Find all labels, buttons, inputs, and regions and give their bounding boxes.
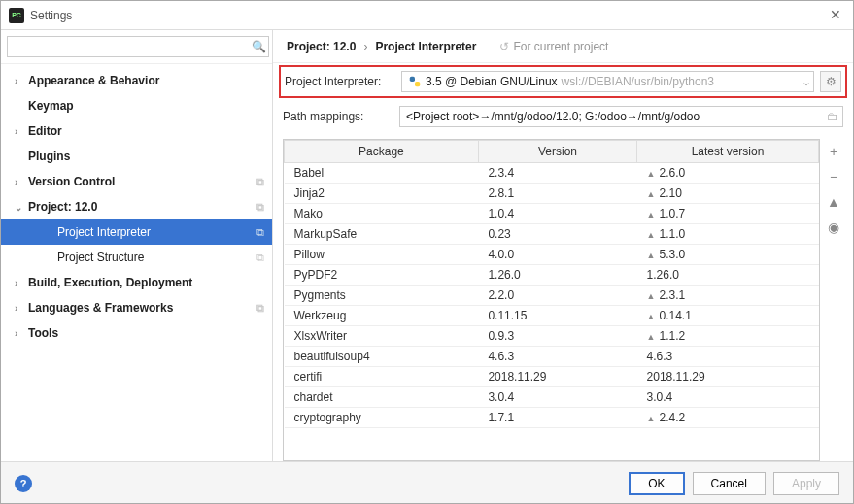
reset-icon: ↺	[499, 40, 509, 53]
table-row[interactable]: Mako1.0.4▲1.0.7	[285, 204, 819, 224]
col-latest[interactable]: Latest version	[637, 141, 819, 163]
chevron-right-icon: ›	[363, 40, 367, 53]
scope-hint: ↺For current project	[499, 40, 608, 53]
package-toolbar: + − ▲ ◉	[820, 139, 847, 461]
sidebar-item-build-execution-deployment[interactable]: ›Build, Execution, Deployment	[1, 270, 272, 295]
sidebar-item-project-structure[interactable]: ·Project Structure⧉	[1, 245, 272, 270]
path-mappings-row: Path mappings: <Project root>→/mnt/g/odo…	[273, 100, 853, 133]
sidebar-item-project-12-0[interactable]: ⌄Project: 12.0⧉	[1, 194, 272, 219]
sidebar-item-editor[interactable]: ›Editor	[1, 118, 272, 144]
app-icon: PC	[9, 8, 24, 23]
sidebar-item-label: Project Structure	[57, 251, 144, 264]
table-row[interactable]: Jinja22.8.1▲2.10	[285, 184, 819, 204]
sidebar-item-label: Project Interpreter	[57, 225, 151, 239]
sidebar-item-plugins[interactable]: ·Plugins	[1, 144, 272, 169]
folder-icon[interactable]: 🗀	[827, 110, 838, 123]
project-scope-icon: ⧉	[256, 252, 264, 264]
table-row[interactable]: certifi2018.11.292018.11.29	[285, 367, 819, 387]
upgrade-available-icon: ▲	[647, 332, 656, 342]
sidebar-item-label: Editor	[28, 124, 62, 138]
sidebar-item-version-control[interactable]: ›Version Control⧉	[1, 169, 272, 194]
sidebar-item-label: Build, Execution, Deployment	[28, 276, 192, 289]
path-mappings-label: Path mappings:	[283, 110, 399, 123]
upgrade-available-icon: ▲	[647, 230, 656, 240]
sidebar-item-label: Appearance & Behavior	[28, 74, 159, 87]
table-row[interactable]: Werkzeug0.11.15▲0.14.1	[285, 306, 819, 326]
cancel-button[interactable]: Cancel	[693, 472, 766, 495]
sidebar-item-tools[interactable]: ›Tools	[1, 320, 272, 346]
window-title: Settings	[30, 9, 72, 22]
chevron-right-icon: ›	[15, 278, 28, 288]
sidebar-item-appearance-behavior[interactable]: ›Appearance & Behavior	[1, 68, 272, 93]
sidebar-item-label: Languages & Frameworks	[28, 301, 173, 315]
svg-rect-1	[415, 82, 420, 86]
settings-tree: ›Appearance & Behavior·Keymap›Editor·Plu…	[1, 64, 272, 461]
table-row[interactable]: Pygments2.2.0▲2.3.1	[285, 286, 819, 306]
table-row[interactable]: beautifulsoup44.6.34.6.3	[285, 347, 819, 367]
table-row[interactable]: chardet3.0.43.0.4	[285, 387, 819, 408]
show-early-button[interactable]: ◉	[823, 217, 844, 238]
search-input[interactable]	[7, 36, 269, 57]
sidebar-item-label: Tools	[28, 326, 58, 340]
sidebar-item-label: Project: 12.0	[28, 200, 97, 214]
ok-button[interactable]: OK	[629, 472, 684, 495]
upgrade-package-button[interactable]: ▲	[823, 191, 844, 213]
sidebar-item-label: Version Control	[28, 175, 115, 188]
python-icon	[408, 75, 422, 88]
upgrade-available-icon: ▲	[647, 210, 656, 219]
breadcrumb: Project: 12.0 › Project Interpreter ↺For…	[273, 30, 853, 63]
project-scope-icon: ⧉	[256, 176, 264, 188]
chevron-right-icon: ›	[15, 328, 28, 339]
interpreter-settings-button[interactable]: ⚙	[820, 71, 841, 92]
help-icon[interactable]: ?	[15, 475, 32, 492]
breadcrumb-project[interactable]: Project: 12.0	[287, 40, 356, 53]
table-row[interactable]: Pillow4.0.0▲5.3.0	[285, 245, 819, 265]
gear-icon: ⚙	[826, 75, 837, 88]
main-panel: Project: 12.0 › Project Interpreter ↺For…	[273, 30, 853, 461]
sidebar-item-project-interpreter[interactable]: ·Project Interpreter⧉	[1, 219, 272, 245]
chevron-down-icon: ⌄	[15, 202, 28, 213]
chevron-right-icon: ›	[15, 76, 28, 86]
upgrade-available-icon: ▲	[647, 291, 656, 301]
upgrade-available-icon: ▲	[647, 251, 656, 260]
project-scope-icon: ⧉	[256, 302, 264, 315]
search-icon: 🔍	[252, 40, 266, 53]
table-row[interactable]: cryptography1.7.1▲2.4.2	[285, 408, 819, 428]
interpreter-row: Project Interpreter: 3.5 @ Debian GNU/Li…	[279, 65, 847, 98]
table-row[interactable]: MarkupSafe0.23▲1.1.0	[285, 224, 819, 245]
col-version[interactable]: Version	[478, 141, 636, 163]
packages-table: Package Version Latest version Babel2.3.…	[283, 139, 820, 461]
project-scope-icon: ⧉	[256, 226, 264, 239]
upgrade-available-icon: ▲	[647, 189, 656, 199]
dialog-footer: ? OK Cancel Apply	[1, 461, 853, 504]
chevron-right-icon: ›	[15, 126, 28, 137]
sidebar-item-label: Plugins	[28, 150, 70, 163]
add-package-button[interactable]: +	[823, 141, 844, 162]
settings-sidebar: 🔍 ›Appearance & Behavior·Keymap›Editor·P…	[1, 30, 273, 461]
sidebar-item-languages-frameworks[interactable]: ›Languages & Frameworks⧉	[1, 295, 272, 320]
table-row[interactable]: Babel2.3.4▲2.6.0	[285, 163, 819, 184]
title-bar: PC Settings ✕	[1, 1, 853, 30]
col-package[interactable]: Package	[285, 141, 479, 163]
sidebar-item-keymap[interactable]: ·Keymap	[1, 93, 272, 118]
interpreter-dropdown[interactable]: 3.5 @ Debian GNU/Linux wsl://DEBIAN/usr/…	[401, 71, 814, 92]
project-scope-icon: ⧉	[256, 201, 264, 214]
apply-button[interactable]: Apply	[773, 472, 839, 495]
breadcrumb-page: Project Interpreter	[375, 40, 476, 53]
remove-package-button[interactable]: −	[823, 166, 844, 187]
chevron-right-icon: ›	[15, 177, 28, 187]
svg-rect-0	[410, 77, 415, 82]
interpreter-label: Project Interpreter:	[285, 75, 401, 88]
close-icon[interactable]: ✕	[830, 7, 841, 22]
upgrade-available-icon: ▲	[647, 414, 656, 423]
chevron-right-icon: ›	[15, 303, 28, 314]
upgrade-available-icon: ▲	[647, 312, 656, 321]
upgrade-available-icon: ▲	[647, 169, 656, 179]
table-row[interactable]: PyPDF21.26.01.26.0	[285, 265, 819, 286]
path-mappings-input[interactable]: <Project root>→/mnt/g/odoo/12.0; G:/odoo…	[399, 106, 843, 127]
table-row[interactable]: XlsxWriter0.9.3▲1.1.2	[285, 326, 819, 347]
sidebar-item-label: Keymap	[28, 99, 74, 113]
chevron-down-icon: ⌵	[803, 77, 809, 87]
